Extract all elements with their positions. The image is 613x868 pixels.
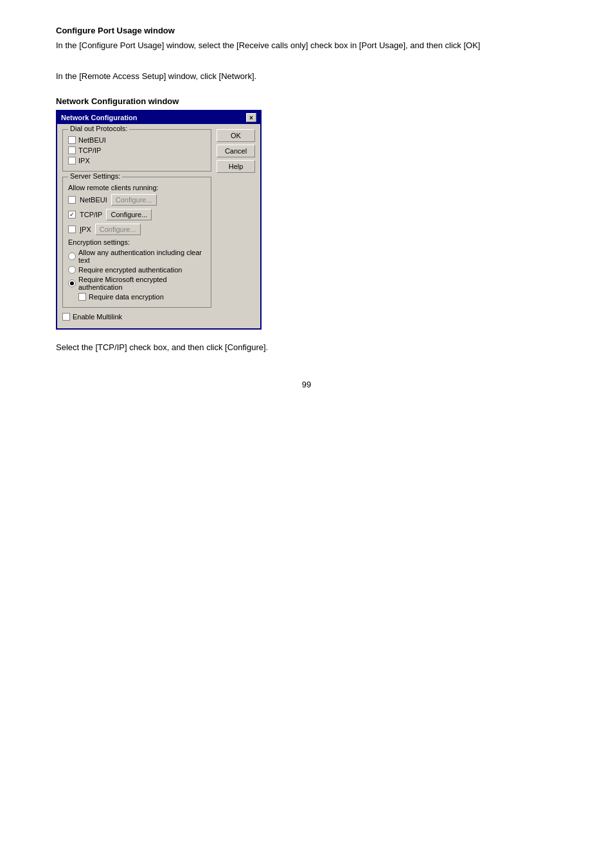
ok-button[interactable]: OK	[217, 129, 255, 142]
configure-port-heading: Configure Port Usage window	[56, 26, 557, 35]
auth-option2-radio[interactable]	[68, 266, 76, 274]
netbeui-server-row: NetBEUI Configure...	[68, 194, 206, 206]
dial-out-legend: Dial out Protocols:	[68, 125, 129, 132]
netbeui-server-checkbox[interactable]	[68, 196, 76, 204]
enable-multilink-label: Enable Multilink	[73, 313, 122, 321]
window-section-label: Network Configuration window	[56, 96, 262, 106]
tcpip-configure-button[interactable]: Configure...	[106, 209, 152, 220]
netbeui-server-label: NetBEUI	[80, 196, 107, 204]
tcpip-server-row: TCP/IP Configure...	[68, 209, 206, 220]
auth-option1-radio[interactable]	[68, 252, 76, 260]
require-data-encryption-checkbox[interactable]	[78, 293, 86, 301]
netbeui-dialout-label: NetBEUI	[78, 136, 106, 144]
ipx-dialout-row: IPX	[68, 157, 206, 164]
netbeui-configure-button[interactable]: Configure...	[111, 194, 157, 206]
ipx-server-checkbox[interactable]	[68, 226, 76, 233]
page-content: Configure Port Usage window In the [Conf…	[56, 26, 557, 389]
dial-out-content: NetBEUI TCP/IP IPX	[68, 136, 206, 164]
title-bar-title: Network Configuration	[61, 114, 246, 121]
ipx-server-label: IPX	[80, 226, 91, 233]
network-config-dialog: Network Configuration × Dial out Protoco…	[56, 110, 262, 330]
server-settings-legend: Server Settings:	[68, 172, 122, 180]
allow-clients-label: Allow remote clients running:	[68, 184, 206, 191]
tcpip-server-label: TCP/IP	[80, 211, 102, 218]
tcpip-dialout-label: TCP/IP	[78, 146, 101, 154]
auth-option3-radio[interactable]	[68, 279, 76, 287]
auth-option2-row: Require encrypted authentication	[68, 266, 206, 274]
auth-option1-label: Allow any authentication including clear…	[78, 249, 206, 264]
tcpip-server-checkbox[interactable]	[68, 211, 76, 218]
help-button[interactable]: Help	[217, 160, 255, 173]
configure-port-text2: In the [Remote Access Setup] window, cli…	[56, 70, 557, 83]
server-settings-content: Allow remote clients running: NetBEUI Co…	[68, 184, 206, 301]
enable-multilink-row: Enable Multilink	[62, 313, 211, 321]
ipx-dialout-checkbox[interactable]	[68, 157, 76, 164]
close-button[interactable]: ×	[246, 113, 256, 122]
require-encryption-group: Require data encryption	[78, 293, 206, 301]
ipx-configure-button[interactable]: Configure...	[95, 224, 141, 235]
server-settings-group: Server Settings: Allow remote clients ru…	[62, 177, 211, 308]
footer-instruction: Select the [TCP/IP] check box, and then …	[56, 341, 557, 354]
auth-option2-label: Require encrypted authentication	[78, 266, 182, 274]
require-data-encryption-label: Require data encryption	[89, 293, 164, 301]
network-config-section: Network Configuration window Network Con…	[56, 96, 262, 330]
dialog-body: Dial out Protocols: NetBEUI TCP/IP	[57, 124, 260, 328]
dialog-left-panel: Dial out Protocols: NetBEUI TCP/IP	[62, 129, 211, 323]
tcpip-dialout-checkbox[interactable]	[68, 146, 76, 154]
dial-out-protocols-group: Dial out Protocols: NetBEUI TCP/IP	[62, 129, 211, 172]
auth-option3-row: Require Microsoft encrypted authenticati…	[68, 276, 206, 291]
encryption-label: Encryption settings:	[68, 238, 206, 246]
auth-option1-row: Allow any authentication including clear…	[68, 249, 206, 264]
enable-multilink-checkbox[interactable]	[62, 313, 70, 321]
ipx-dialout-label: IPX	[78, 157, 90, 164]
netbeui-dialout-checkbox[interactable]	[68, 136, 76, 144]
require-data-encryption-row: Require data encryption	[78, 293, 206, 301]
tcpip-dialout-row: TCP/IP	[68, 146, 206, 154]
title-bar: Network Configuration ×	[57, 111, 260, 124]
configure-port-text1: In the [Configure Port Usage] window, se…	[56, 39, 557, 52]
ipx-server-row: IPX Configure...	[68, 224, 206, 235]
cancel-button[interactable]: Cancel	[217, 145, 255, 157]
auth-option3-label: Require Microsoft encrypted authenticati…	[78, 276, 206, 291]
netbeui-dialout-row: NetBEUI	[68, 136, 206, 144]
dialog-right-buttons: OK Cancel Help	[217, 129, 255, 323]
page-number: 99	[56, 380, 557, 389]
